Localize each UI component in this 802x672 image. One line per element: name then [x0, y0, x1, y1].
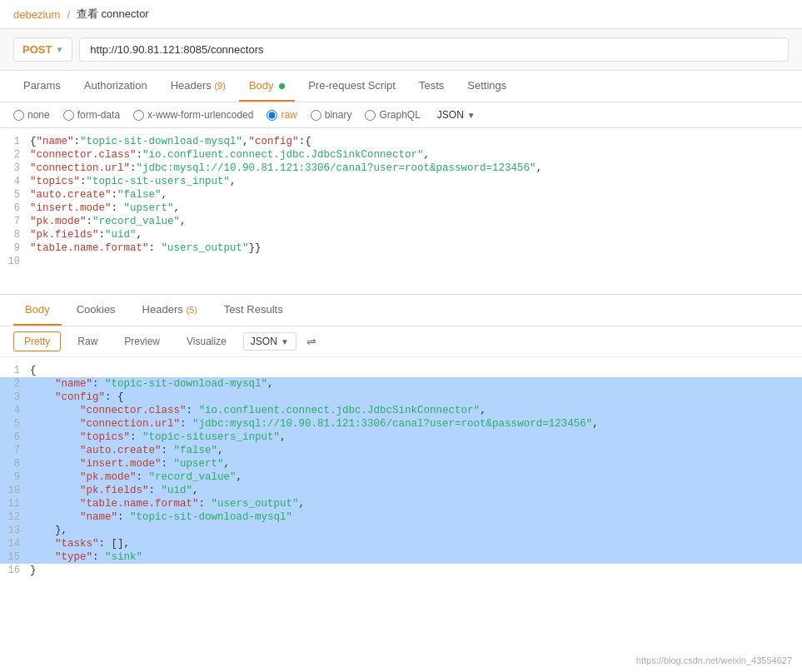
body-dot-icon: [279, 83, 285, 89]
resp-tab-headers[interactable]: Headers (5): [131, 295, 209, 326]
json-format-select[interactable]: JSON ▼: [437, 109, 476, 121]
tab-body[interactable]: Body: [239, 71, 295, 102]
tab-settings[interactable]: Settings: [457, 71, 516, 102]
radio-urlencoded[interactable]: x-www-form-urlencoded: [133, 109, 253, 121]
radio-graphql[interactable]: GraphQL: [365, 109, 420, 121]
resp-line-5: 5 "connection.url": "jdbc:mysql://10.90.…: [0, 417, 802, 431]
resp-line-8: 8 "insert.mode": "upsert",: [0, 457, 802, 470]
req-line-1: 1 {"name":"topic-sit-download-mysql","co…: [0, 135, 802, 148]
resp-json-chevron-icon: ▼: [281, 337, 289, 346]
breadcrumb-sep: /: [67, 8, 70, 21]
resp-json-format-select[interactable]: JSON ▼: [243, 332, 296, 351]
req-line-3: 3 "connection.url":"jdbc:mysql://10.90.8…: [0, 162, 802, 175]
req-line-8: 8 "pk.fields":"uid",: [0, 228, 802, 241]
tab-params[interactable]: Params: [13, 71, 71, 102]
radio-formdata[interactable]: form-data: [63, 109, 120, 121]
req-line-4: 4 "topics":"topic-sit-users_input",: [0, 175, 802, 188]
resp-json-label: JSON: [251, 336, 277, 347]
req-line-9: 9 "table.name.format": "users_output"}}: [0, 241, 802, 255]
tab-prerequest[interactable]: Pre-request Script: [298, 71, 406, 102]
resp-line-9: 9 "pk.mode": "record_value",: [0, 470, 802, 484]
resp-line-7: 7 "auto.create": "false",: [0, 444, 802, 457]
resp-line-16: 16 }: [0, 564, 802, 577]
resp-line-12: 12 "name": "topic-sit-download-mysql": [0, 510, 802, 524]
response-body: 1 { 2 "name": "topic-sit-download-mysql"…: [0, 357, 802, 584]
brand-label: debezium: [13, 8, 60, 21]
resp-line-10: 10 "pk.fields": "uid",: [0, 484, 802, 497]
request-editor[interactable]: 1 {"name":"topic-sit-download-mysql","co…: [0, 128, 802, 295]
wrap-icon[interactable]: ⇌: [306, 335, 316, 348]
method-chevron-icon: ▼: [55, 45, 63, 54]
fmt-preview[interactable]: Preview: [114, 332, 170, 351]
method-label: POST: [22, 43, 52, 56]
fmt-raw[interactable]: Raw: [67, 332, 107, 351]
radio-none[interactable]: none: [13, 109, 50, 121]
radio-binary[interactable]: binary: [311, 109, 352, 121]
method-select[interactable]: POST ▼: [13, 37, 72, 62]
page-title: 查看 connector: [77, 7, 149, 22]
url-input[interactable]: [79, 37, 789, 62]
response-format-row: Pretty Raw Preview Visualize JSON ▼ ⇌: [0, 326, 802, 357]
tab-tests[interactable]: Tests: [409, 71, 454, 102]
req-line-7: 7 "pk.mode":"record_value",: [0, 215, 802, 228]
req-line-5: 5 "auto.create":"false",: [0, 188, 802, 202]
resp-tab-testresults[interactable]: Test Results: [212, 295, 295, 326]
resp-line-4: 4 "connector.class": "io.confluent.conne…: [0, 404, 802, 417]
fmt-visualize[interactable]: Visualize: [177, 332, 237, 351]
req-line-6: 6 "insert.mode": "upsert",: [0, 202, 802, 215]
req-line-2: 2 "connector.class":"io.confluent.connec…: [0, 148, 802, 162]
fmt-pretty[interactable]: Pretty: [13, 331, 61, 351]
resp-headers-badge: (5): [186, 305, 197, 315]
req-line-10: 10: [0, 255, 802, 268]
resp-tab-cookies[interactable]: Cookies: [65, 295, 127, 326]
resp-line-2: 2 "name": "topic-sit-download-mysql",: [0, 377, 802, 391]
resp-line-3: 3 "config": {: [0, 391, 802, 404]
resp-line-6: 6 "topics": "topic-situsers_input",: [0, 431, 802, 444]
tab-headers[interactable]: Headers (9): [161, 71, 236, 102]
resp-line-13: 13 },: [0, 524, 802, 537]
top-bar: debezium / 查看 connector: [0, 0, 802, 29]
headers-badge: (9): [214, 81, 225, 91]
resp-tab-body[interactable]: Body: [13, 295, 62, 326]
body-type-row: none form-data x-www-form-urlencoded raw…: [0, 102, 802, 128]
tab-authorization[interactable]: Authorization: [74, 71, 157, 102]
resp-line-14: 14 "tasks": [],: [0, 537, 802, 550]
url-bar: POST ▼: [0, 29, 802, 71]
resp-line-1: 1 {: [0, 364, 802, 377]
response-tabs: Body Cookies Headers (5) Test Results: [0, 295, 802, 326]
json-chevron-icon: ▼: [467, 111, 476, 120]
request-tabs: Params Authorization Headers (9) Body Pr…: [0, 71, 802, 102]
resp-line-15: 15 "type": "sink": [0, 550, 802, 564]
json-format-label: JSON: [437, 109, 464, 121]
radio-raw[interactable]: raw: [267, 109, 296, 121]
resp-line-11: 11 "table.name.format": "users_output",: [0, 497, 802, 510]
